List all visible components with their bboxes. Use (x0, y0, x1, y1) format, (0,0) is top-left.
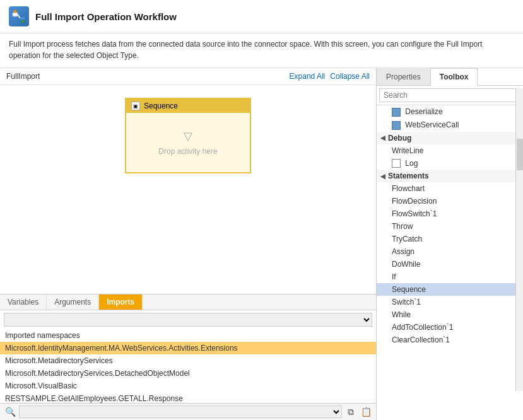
namespace-dropdown[interactable] (4, 313, 372, 327)
bottom-tab-bar: Variables Arguments Imports (0, 295, 376, 310)
list-item[interactable]: Microsoft.MetadirectoryServices (0, 354, 376, 367)
sequence-label: Sequence (144, 102, 178, 110)
list-item[interactable]: Microsoft.VisualBasic (0, 380, 376, 392)
expand-all-button[interactable]: Expand All (290, 72, 326, 81)
sequence-body[interactable]: ▽ Drop activity here (126, 113, 250, 172)
toolbox-item-trycatch[interactable]: TryCatch (377, 233, 523, 245)
toolbox-item-flowchart[interactable]: Flowchart (377, 182, 523, 195)
drop-hint: Drop activity here (158, 147, 217, 156)
svg-point-3 (14, 10, 16, 13)
paste-icon[interactable]: 📋 (360, 405, 372, 418)
toolbox-item-while[interactable]: While (377, 308, 523, 321)
toolbox-scrollbar[interactable] (515, 88, 523, 391)
namespace-list: Imported namespaces Microsoft.IdentityMa… (0, 329, 376, 403)
toolbox-item-flowswitch[interactable]: FlowSwitch`1 (377, 207, 523, 220)
toolbox-tab-bar: Properties Toolbox (377, 68, 523, 86)
toolbox-item-log[interactable]: Log (377, 157, 523, 170)
drop-arrow-icon: ▽ (184, 129, 192, 143)
workflow-canvas: ▣ Sequence ▽ Drop activity here (0, 85, 376, 294)
tab-arguments[interactable]: Arguments (47, 295, 99, 310)
toolbox-item-clearcollection[interactable]: ClearCollection`1 (377, 334, 523, 346)
list-item[interactable]: Microsoft.MetadirectoryServices.Detached… (0, 367, 376, 380)
bottom-toolbar: 🔍 ⧉ 📋 (0, 403, 376, 420)
toolbox-item-webservicecall[interactable]: WebServiceCall (377, 119, 523, 132)
namespace-header: Imported namespaces (0, 329, 376, 342)
toolbox-item-if[interactable]: If (377, 271, 523, 283)
toolbox-item-addtocollection[interactable]: AddToCollection`1 (377, 321, 523, 334)
sequence-header: ▣ Sequence (126, 99, 250, 113)
webservicecall-icon (392, 121, 401, 130)
toolbox-item-throw[interactable]: Throw (377, 220, 523, 233)
tab-toolbox[interactable]: Toolbox (430, 68, 478, 86)
deserialize-icon (392, 108, 401, 117)
svg-point-4 (21, 20, 24, 23)
debug-collapse-icon: ◀ (380, 134, 385, 141)
copy-icon[interactable]: ⧉ (344, 405, 357, 418)
search-icon[interactable]: 🔍 (4, 405, 16, 418)
workflow-label: FullImport (6, 72, 40, 81)
toolbox-item-sequence[interactable]: Sequence (377, 283, 523, 296)
svg-line-2 (18, 15, 20, 18)
page-description: Full Import process fetches data from th… (0, 33, 523, 68)
toolbox-item-dowhile[interactable]: DoWhile (377, 258, 523, 271)
sequence-block: ▣ Sequence ▽ Drop activity here (125, 98, 251, 173)
tab-imports[interactable]: Imports (99, 295, 143, 310)
page-title: Full Import Operation Workflow (35, 11, 177, 22)
list-item[interactable]: Microsoft.IdentityManagement.MA.WebServi… (0, 342, 376, 354)
scrollbar-thumb (517, 139, 523, 170)
log-icon (392, 159, 401, 168)
toolbox-item-writeline[interactable]: WriteLine (377, 144, 523, 157)
category-statements[interactable]: ◀ Statements (377, 170, 523, 182)
tab-variables[interactable]: Variables (0, 295, 47, 310)
workflow-icon (9, 6, 29, 26)
toolbox-item-assign[interactable]: Assign (377, 245, 523, 258)
list-item[interactable]: RESTSAMPLE.GetAllEmployees.GETALL.Respon… (0, 392, 376, 403)
toolbox-item-switch[interactable]: Switch`1 (377, 296, 523, 308)
bottom-select[interactable] (19, 405, 342, 418)
toolbox-search-input[interactable] (379, 88, 520, 102)
category-debug[interactable]: ◀ Debug (377, 132, 523, 144)
svg-rect-1 (20, 16, 25, 20)
svg-rect-0 (13, 13, 18, 16)
toolbox-items-scroll: Deserialize WebServiceCall ◀ Debug Write… (377, 105, 523, 389)
toolbox-item-flowdecision[interactable]: FlowDecision (377, 195, 523, 207)
toolbox-item-deserialize[interactable]: Deserialize (377, 105, 523, 119)
statements-collapse-icon: ◀ (380, 173, 385, 180)
tab-properties[interactable]: Properties (377, 68, 430, 85)
sequence-icon: ▣ (131, 102, 140, 110)
collapse-all-button[interactable]: Collapse All (330, 72, 370, 81)
